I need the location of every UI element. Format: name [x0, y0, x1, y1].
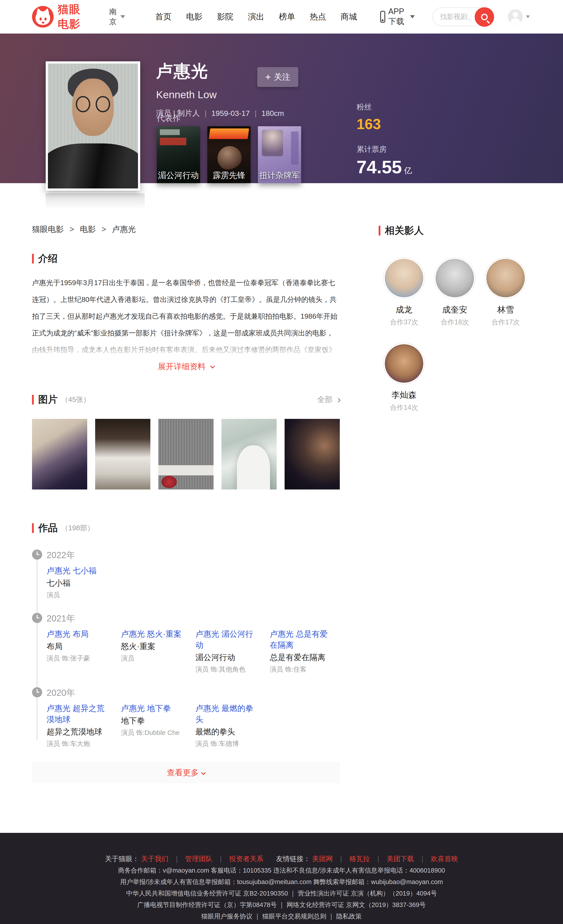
- section-accent-bar: [378, 226, 380, 236]
- top-header: 猫眼电影 南京 首页 电影 影院 演出 榜单 热点 商城 APP下载: [0, 0, 563, 33]
- expand-details-link[interactable]: 展开详细资料: [32, 361, 340, 372]
- work-item: 卢惠光 怒火·重案 怒火·重案 演员: [121, 628, 195, 674]
- footer-friend-label: 友情链接：: [276, 855, 310, 862]
- work-role: 演员 饰:车德博: [195, 739, 261, 748]
- footer-license-line: 中华人民共和国增值电信业务经营许可证 京B2-20190350 ｜ 营业性演出许…: [0, 888, 563, 899]
- work-link[interactable]: 卢惠光 总是有爱在隔离: [270, 628, 335, 651]
- search-icon: [481, 14, 488, 20]
- work-item: 卢惠光 总是有爱在隔离 总是有爱在隔离 演员 饰:住客: [270, 628, 344, 674]
- photo-thumb[interactable]: [158, 419, 213, 489]
- rep-poster-meigonghe[interactable]: 湄公河行动: [157, 126, 200, 183]
- nav-item-mall[interactable]: 商城: [341, 11, 357, 22]
- boxoffice-number: 74.55: [357, 157, 402, 177]
- photos-all-label: 全部: [317, 395, 332, 404]
- photo-thumb[interactable]: [285, 419, 340, 489]
- footer-link-gewala[interactable]: 格瓦拉: [350, 855, 370, 862]
- breadcrumb: 猫眼电影 > 电影 > 卢惠光: [32, 224, 340, 235]
- work-link[interactable]: 卢惠光 布局: [47, 628, 112, 639]
- logo-text: 猫眼电影: [58, 2, 83, 32]
- work-link[interactable]: 卢惠光 怒火·重案: [121, 628, 186, 639]
- rep-works-row: 湄公河行动 霹雳先锋 扭计杂牌军: [157, 126, 308, 183]
- avatar: [508, 9, 523, 24]
- works-year: 2020年: [47, 687, 340, 699]
- works-group-2020: 2020年 卢惠光 超异之荒漠地球 超异之荒漠地球 演员 饰:车大炮 卢惠光 地…: [47, 687, 340, 748]
- work-title: 七小福: [47, 578, 112, 588]
- footer-icp-line: 京公网安备 11010102003232号 ｜ 京ICP备16022489号-1: [0, 922, 563, 924]
- view-more-label: 查看更多: [167, 767, 199, 778]
- follow-button[interactable]: + 关注: [257, 67, 298, 87]
- footer-link-team[interactable]: 管理团队: [185, 855, 212, 862]
- actor-avatar: [485, 257, 526, 299]
- footer-link-about-us[interactable]: 关于我们: [141, 855, 168, 862]
- work-item: 卢惠光 超异之荒漠地球 超异之荒漠地球 演员 饰:车大炮: [47, 703, 121, 748]
- actor-portrait[interactable]: [46, 62, 140, 190]
- maoyan-logo[interactable]: 猫眼电影: [32, 2, 83, 32]
- work-link[interactable]: 卢惠光 地下拳: [121, 703, 186, 714]
- photo-strip: [32, 419, 340, 489]
- work-title: 怒火·重案: [121, 641, 186, 652]
- footer-link-meituan[interactable]: 美团网: [312, 855, 333, 862]
- photo-thumb[interactable]: [95, 419, 150, 489]
- footer-policy-line: 猫眼用户服务协议 ｜ 猫眼平台交易规则总则 ｜ 隐私政策: [0, 910, 563, 922]
- intro-title: 介绍: [38, 252, 58, 265]
- actor-name-en: Kenneth Low: [156, 88, 284, 100]
- related-actor-linxue[interactable]: 林雪 合作17次: [480, 257, 531, 327]
- view-more-button[interactable]: 查看更多: [32, 762, 340, 783]
- boxoffice-value: 74.55亿: [357, 157, 412, 177]
- related-actor-licansen[interactable]: 李灿森 合作14次: [378, 343, 429, 412]
- breadcrumb-movies[interactable]: 电影: [80, 225, 96, 234]
- works-timeline: 2022年 卢惠光 七小福 七小福 演员 2021年: [32, 549, 340, 748]
- rep-poster-pili[interactable]: 霹雳先锋: [207, 126, 251, 183]
- app-download[interactable]: APP下载: [380, 7, 415, 27]
- nav-item-movies[interactable]: 电影: [186, 11, 203, 22]
- work-link[interactable]: 卢惠光 超异之荒漠地球: [47, 703, 112, 725]
- boxoffice-label: 累计票房: [357, 144, 412, 154]
- actor-cooperation-count: 合作17次: [480, 318, 531, 327]
- actor-stats: 粉丝 163 累计票房 74.55亿: [357, 102, 412, 177]
- nav-item-hot[interactable]: 热点: [310, 11, 326, 22]
- photos-count: （45张）: [61, 395, 90, 405]
- caret-down-icon: [120, 15, 125, 18]
- photo-thumb[interactable]: [32, 419, 87, 489]
- related-actor-chenglong[interactable]: 成龙 合作37次: [378, 257, 429, 327]
- works-section: 作品 （198部） 2022年 卢惠光 七小福 七小福 演员: [32, 522, 340, 783]
- footer-link-huanxi[interactable]: 欢喜首映: [431, 855, 458, 862]
- work-role: 演员 饰:Dubble Che: [121, 728, 186, 737]
- portrait-reflection: [46, 194, 145, 209]
- footer-link-meituan-dl[interactable]: 美团下载: [387, 855, 414, 862]
- nav-item-shows[interactable]: 演出: [248, 11, 264, 22]
- breadcrumb-home[interactable]: 猫眼电影: [32, 225, 64, 234]
- intro-fade-overlay: [32, 338, 340, 358]
- nav-item-cinemas[interactable]: 影院: [217, 11, 233, 22]
- caret-down-icon: [526, 15, 530, 18]
- actor-cooperation-count: 合作18次: [429, 318, 480, 327]
- section-accent-bar: [32, 395, 34, 405]
- photos-all-link[interactable]: 全部: [317, 394, 340, 405]
- rep-poster-niuji[interactable]: 扭计杂牌军: [258, 126, 301, 183]
- actor-cooperation-count: 合作37次: [378, 318, 429, 327]
- related-actor-chengkuian[interactable]: 成奎安 合作18次: [429, 257, 480, 327]
- footer-separator: ｜: [375, 855, 381, 862]
- work-link[interactable]: 卢惠光 最燃的拳头: [195, 703, 261, 725]
- actor-name: 李灿森: [378, 390, 429, 401]
- meta-separator: |: [205, 109, 207, 118]
- plus-icon: +: [265, 72, 271, 82]
- footer-separator: ｜: [419, 855, 426, 862]
- user-menu[interactable]: [508, 9, 530, 24]
- nav-item-home[interactable]: 首页: [155, 11, 171, 22]
- city-selector[interactable]: 南京: [109, 7, 125, 27]
- city-label: 南京: [109, 7, 118, 27]
- work-link[interactable]: 卢惠光 七小福: [47, 565, 112, 576]
- search-button[interactable]: [475, 7, 494, 27]
- footer-link-investors[interactable]: 投资者关系: [229, 855, 263, 862]
- portrait-jacket-shape: [48, 144, 138, 189]
- works-count: （198部）: [61, 523, 94, 533]
- expand-details-label: 展开详细资料: [158, 362, 206, 371]
- photo-thumb[interactable]: [221, 419, 277, 489]
- phone-icon: [380, 11, 385, 23]
- nav-item-rankings[interactable]: 榜单: [279, 11, 295, 22]
- work-link[interactable]: 卢惠光 湄公河行动: [195, 628, 261, 651]
- work-item: 卢惠光 七小福 七小福 演员: [47, 565, 121, 600]
- work-title: 超异之荒漠地球: [47, 726, 112, 737]
- footer-about-label: 关于猫眼：: [105, 855, 139, 862]
